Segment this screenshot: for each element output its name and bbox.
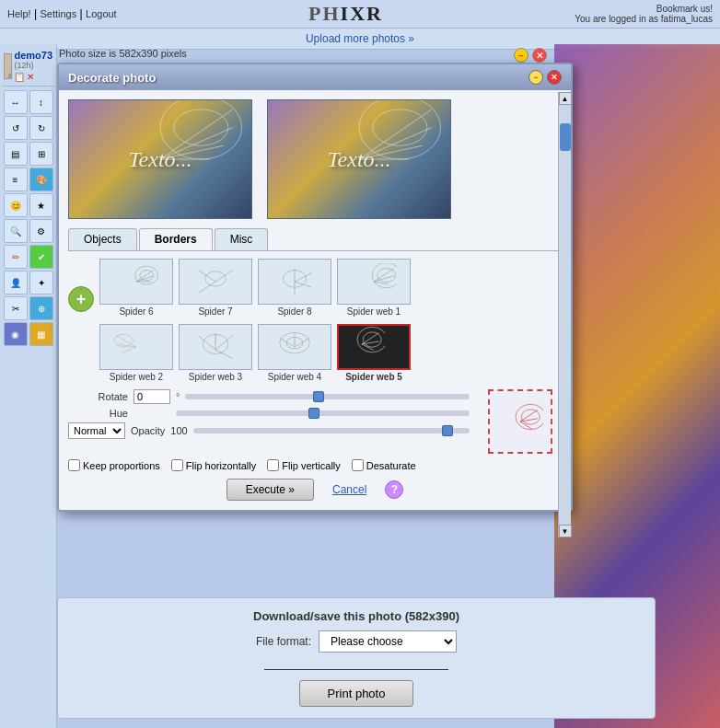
sidebar-icon-2[interactable]: ↕ — [29, 90, 53, 114]
print-photo-button[interactable]: Print photo — [299, 680, 414, 707]
sidebar-row-9: ✂ ⊕ — [4, 296, 53, 320]
help-link[interactable]: Help! — [7, 8, 31, 19]
sidebar-icon-grid[interactable]: ▦ — [29, 322, 53, 346]
file-format-row: File format: Please choose JPEG PNG GIF — [69, 630, 644, 653]
sidebar-icon-4[interactable]: ⊞ — [29, 142, 53, 166]
spider6-icon — [113, 263, 159, 300]
modal-minimize-button[interactable]: − — [528, 70, 543, 85]
sprite-thumb-spider7[interactable] — [179, 259, 252, 305]
svg-line-20 — [198, 271, 215, 283]
file-format-select[interactable]: Please choose JPEG PNG GIF — [319, 630, 457, 653]
sprite-thumb-spider8[interactable] — [258, 259, 331, 305]
sidebar-icon-7[interactable]: ★ — [29, 193, 53, 217]
sidebar-row-8: 👤 ✦ — [4, 271, 53, 295]
sprite-label-spiderweb4: Spider web 4 — [268, 372, 321, 382]
nav-links: Help! | Settings | Logout — [7, 7, 117, 20]
sidebar-icon-3[interactable]: ▤ — [4, 142, 28, 166]
modal-close-button[interactable]: ✕ — [547, 70, 562, 85]
sidebar-icon-9[interactable]: ⚙ — [29, 219, 53, 243]
svg-point-33 — [372, 263, 397, 288]
flip-vertically-checkbox[interactable]: Flip vertically — [267, 459, 341, 471]
svg-point-32 — [377, 269, 396, 283]
keep-proportions-label: Keep proportions — [83, 460, 160, 471]
tab-borders[interactable]: Borders — [139, 228, 213, 250]
user-info: Bookmark us! You are logged in as fatima… — [575, 4, 713, 24]
user-name: demo73 — [14, 50, 52, 61]
svg-point-57 — [516, 404, 543, 430]
sidebar-icon-8[interactable]: 🔍 — [4, 219, 28, 243]
flip-horizontally-label: Flip horizontally — [186, 460, 256, 471]
flip-vertically-input[interactable] — [267, 459, 279, 471]
svg-line-15 — [136, 271, 154, 283]
desaturate-checkbox[interactable]: Desaturate — [352, 459, 416, 471]
sidebar-icon-pencil[interactable]: ✏ — [4, 245, 28, 269]
logout-link[interactable]: Logout — [86, 8, 117, 19]
tab-objects[interactable]: Objects — [68, 228, 137, 250]
execute-button[interactable]: Execute » — [226, 479, 314, 501]
sidebar-icon-stamp[interactable]: ✦ — [29, 271, 53, 295]
sidebar-icon-1[interactable]: ↔ — [4, 90, 28, 114]
sprite-thumb-spiderweb3[interactable] — [179, 324, 252, 370]
rotate-control: Rotate ° — [68, 389, 470, 404]
svg-line-4 — [160, 128, 233, 159]
opacity-slider-thumb[interactable] — [442, 425, 453, 436]
help-button[interactable]: ? — [385, 480, 403, 499]
user-delete-icon[interactable]: ✕ — [27, 72, 34, 82]
flip-horizontally-checkbox[interactable]: Flip horizontally — [171, 459, 256, 471]
sprite-thumb-spiderweb5[interactable] — [337, 324, 411, 370]
keep-proportions-input[interactable] — [68, 459, 80, 471]
scrollbar-thumb[interactable] — [560, 123, 571, 151]
scrollbar-down-button[interactable]: ▼ — [559, 525, 572, 537]
spiderweb2-icon — [113, 329, 159, 365]
svg-line-34 — [116, 336, 136, 348]
upload-link[interactable]: Upload more photos » — [306, 32, 414, 45]
rotate-slider-thumb[interactable] — [313, 391, 324, 402]
sidebar-icon-green[interactable]: ✔ — [29, 245, 53, 269]
modal-body: Texto... Texto... — [59, 90, 571, 510]
svg-line-40 — [215, 336, 233, 351]
cancel-button[interactable]: Cancel — [332, 483, 366, 496]
controls-right — [479, 389, 562, 454]
modal-title-buttons: − ✕ — [528, 70, 562, 85]
sidebar-row-4: ≡ 🎨 — [4, 168, 53, 191]
spiderweb-overlay-right — [268, 100, 450, 218]
modal-title: Decorate photo — [68, 71, 156, 85]
main-minimize-button[interactable]: − — [514, 48, 528, 63]
blend-mode-select[interactable]: Normal Multiply Screen Overlay — [68, 422, 125, 439]
svg-point-7 — [174, 110, 228, 145]
main-close-button[interactable]: ✕ — [532, 48, 547, 63]
sidebar-icon-circle[interactable]: ◉ — [4, 322, 28, 346]
sprite-thumb-spider6[interactable] — [99, 259, 173, 305]
keep-proportions-checkbox[interactable]: Keep proportions — [68, 459, 160, 471]
scrollbar-up-button[interactable]: ▲ — [559, 92, 572, 105]
rotate-slider-track — [185, 394, 470, 399]
settings-link[interactable]: Settings — [40, 8, 76, 19]
sidebar-icon-add[interactable]: ⊕ — [29, 296, 53, 320]
svg-line-38 — [198, 336, 215, 351]
sidebar-icon-6[interactable]: 🎨 — [29, 168, 53, 191]
sidebar-row-10: ◉ ▦ — [4, 322, 53, 346]
sprite-thumb-spiderweb1[interactable] — [337, 259, 411, 305]
sprite-label-spiderweb5: Spider web 5 — [345, 372, 402, 382]
hue-slider-thumb[interactable] — [308, 408, 319, 419]
sidebar-icon-face[interactable]: 😊 — [4, 193, 28, 217]
flip-horizontally-input[interactable] — [171, 459, 183, 471]
sprite-thumb-spiderweb4[interactable] — [258, 324, 331, 370]
sidebar-icon-person[interactable]: 👤 — [4, 271, 28, 295]
flip-vertically-label: Flip vertically — [282, 460, 341, 471]
sidebar-icon-rotate-left[interactable]: ↺ — [4, 116, 28, 140]
sidebar-icon-rotate-right[interactable]: ↻ — [29, 116, 53, 140]
add-sprite-button[interactable]: + — [68, 286, 94, 312]
sidebar-icon-5[interactable]: ≡ — [4, 168, 28, 191]
rotate-input[interactable] — [134, 389, 170, 404]
user-copy-icon[interactable]: 📋 — [14, 72, 25, 82]
opacity-value: 100 — [170, 425, 187, 436]
sprite-thumb-spiderweb2[interactable] — [99, 324, 173, 370]
desaturate-input[interactable] — [352, 459, 364, 471]
bookmark-text: Bookmark us! — [656, 4, 713, 14]
tab-misc[interactable]: Misc — [215, 228, 269, 250]
sidebar-icon-10[interactable]: ✂ — [4, 296, 28, 320]
sprite-spiderweb4: Spider web 4 — [258, 324, 331, 382]
sprite-spiderweb1: Spider web 1 — [337, 259, 411, 317]
logged-in-text: You are logged in as fatima_lucas — [575, 14, 713, 24]
